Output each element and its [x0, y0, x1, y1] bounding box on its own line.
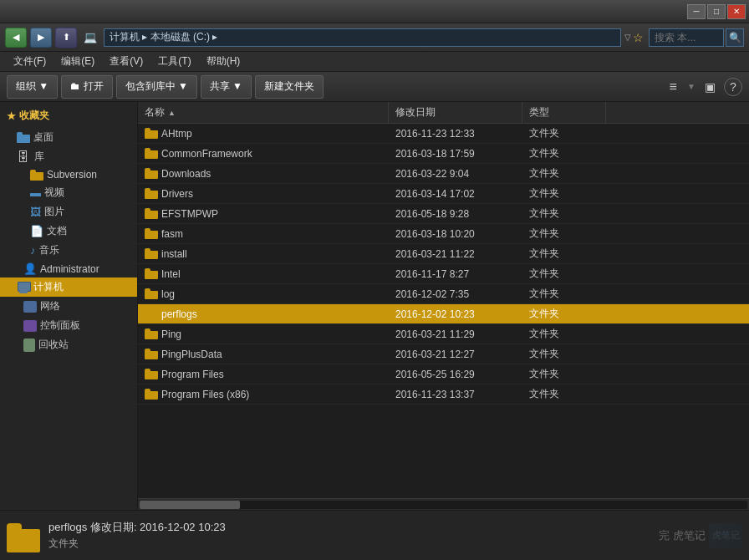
file-type-cell: 文件夹 [522, 227, 606, 241]
sidebar-item-subversion[interactable]: Subversion [0, 166, 137, 183]
admin-icon: 👤 [23, 262, 37, 275]
include-button[interactable]: 包含到库中 ▼ [116, 75, 197, 99]
back-icon: ◀ [13, 32, 19, 43]
table-row[interactable]: log2016-12-02 7:35文件夹 [138, 284, 749, 304]
table-row[interactable]: Drivers2016-03-14 17:02文件夹 [138, 184, 749, 204]
table-row[interactable]: Intel2016-11-17 8:27文件夹 [138, 264, 749, 284]
col-name-label: 名称 [145, 105, 165, 120]
hscroll-track[interactable] [140, 501, 747, 509]
file-type-cell: 文件夹 [522, 387, 606, 401]
toolbar-right: ≡ ▼ ▣ ? [662, 76, 742, 98]
open-button[interactable]: 🖿 打开 [61, 75, 112, 99]
file-name-text: perflogs [161, 308, 197, 320]
menu-view[interactable]: 查看(V) [103, 53, 150, 70]
file-name-text: AHtmp [161, 128, 192, 140]
file-date-cell: 2016-03-18 17:59 [389, 148, 522, 160]
file-name-text: Program Files (x86) [161, 389, 249, 400]
image-label: 图片 [44, 205, 64, 219]
minimize-button[interactable]: ─ [687, 4, 706, 19]
sidebar-item-desktop[interactable]: 桌面 [0, 128, 137, 147]
sidebar-item-music[interactable]: ♪ 音乐 [0, 241, 137, 260]
menu-tools[interactable]: 工具(T) [151, 53, 197, 70]
favorites-header: ★ 收藏夹 [0, 105, 137, 126]
sidebar-item-doc[interactable]: 📄 文档 [0, 221, 137, 241]
search-button[interactable]: 🔍 [726, 28, 744, 47]
file-list-area[interactable]: 名称 ▲ 修改日期 类型 AHtmp2016-11-23 12:33文件夹Com… [138, 102, 749, 498]
file-type-cell: 文件夹 [522, 287, 606, 301]
maximize-button[interactable]: □ [707, 4, 726, 19]
small-folder-icon [145, 288, 158, 299]
recycle-label: 回收站 [38, 338, 69, 352]
search-input[interactable] [649, 28, 724, 47]
sidebar-item-recycle[interactable]: 回收站 [0, 335, 137, 354]
toolbar: 组织 ▼ 🖿 打开 包含到库中 ▼ 共享 ▼ 新建文件夹 ≡ ▼ ▣ ? [0, 72, 749, 102]
table-row[interactable]: fasm2016-03-18 10:20文件夹 [138, 224, 749, 244]
file-name-cell: Intel [138, 268, 389, 280]
help-icon: ? [730, 80, 736, 94]
admin-label: Administrator [40, 263, 99, 275]
file-date-cell: 2016-03-21 12:27 [389, 349, 522, 360]
table-row[interactable]: Program Files (x86)2016-11-23 13:37文件夹 [138, 384, 749, 405]
desktop-label: 桌面 [33, 130, 54, 145]
computer-icon-addr: 💻 [80, 31, 100, 43]
file-type-cell: 文件夹 [522, 347, 606, 361]
preview-button[interactable]: ▣ [699, 76, 721, 98]
sidebar-item-network[interactable]: 网络 [0, 297, 137, 316]
address-text[interactable]: 计算机 ▸ 本地磁盘 (C:) ▸ [104, 28, 621, 47]
sidebar-item-video[interactable]: ▬ 视频 [0, 183, 137, 202]
favorite-icon[interactable]: ☆ [633, 31, 644, 44]
sidebar-item-computer[interactable]: 计算机 [0, 277, 137, 297]
view-arrow-icon: ▼ [687, 82, 696, 91]
table-row[interactable]: AHtmp2016-11-23 12:33文件夹 [138, 124, 749, 144]
view-toggle-button[interactable]: ≡ [662, 76, 684, 98]
menu-file[interactable]: 文件(F) [7, 53, 53, 70]
close-button[interactable]: ✕ [727, 4, 746, 19]
table-row[interactable]: install2016-03-21 11:22文件夹 [138, 244, 749, 264]
file-date-cell: 2016-03-22 9:04 [389, 168, 522, 180]
watermark-logo: 虎笔记 [709, 523, 742, 548]
col-header-date[interactable]: 修改日期 [389, 102, 522, 123]
col-header-name[interactable]: 名称 ▲ [138, 102, 389, 123]
table-row[interactable]: PingPlusData2016-03-21 12:27文件夹 [138, 344, 749, 364]
table-row[interactable]: Ping2016-03-21 11:29文件夹 [138, 324, 749, 344]
sidebar-item-image[interactable]: 🖼 图片 [0, 202, 137, 221]
menu-edit[interactable]: 编辑(E) [54, 53, 101, 70]
sidebar-item-admin[interactable]: 👤 Administrator [0, 260, 137, 277]
forward-button[interactable]: ▶ [30, 28, 52, 48]
network-icon [23, 301, 37, 313]
file-date-cell: 2016-03-21 11:22 [389, 248, 522, 260]
file-date-cell: 2016-12-02 7:35 [389, 288, 522, 300]
file-name-text: PingPlusData [161, 349, 222, 360]
new-folder-button[interactable]: 新建文件夹 [255, 75, 324, 99]
organize-button[interactable]: 组织 ▼ [7, 75, 58, 99]
status-text: perflogs 修改日期: 2016-12-02 10:23 文件夹 [48, 520, 226, 551]
table-row[interactable]: Program Files2016-05-25 16:29文件夹 [138, 364, 749, 384]
horizontal-scrollbar[interactable] [138, 498, 749, 510]
small-folder-icon [145, 128, 158, 139]
sidebar-item-control-panel[interactable]: 控制面板 [0, 316, 137, 335]
file-panel: 名称 ▲ 修改日期 类型 AHtmp2016-11-23 12:33文件夹Com… [138, 102, 749, 510]
sidebar-item-library[interactable]: 🗄 库 [0, 147, 137, 166]
computer-icon [17, 282, 30, 293]
col-header-type[interactable]: 类型 [522, 102, 606, 123]
table-row[interactable]: EFSTMPWP2016-05-18 9:28文件夹 [138, 204, 749, 224]
help-button[interactable]: ? [724, 78, 742, 96]
file-name-cell: Ping [138, 328, 389, 340]
table-row[interactable]: perflogs2016-12-02 10:23文件夹 [138, 304, 749, 324]
share-button[interactable]: 共享 ▼ [201, 75, 252, 99]
file-name-cell: Downloads [138, 168, 389, 180]
hscroll-thumb[interactable] [140, 501, 240, 509]
file-name-text: log [161, 288, 175, 300]
back-button[interactable]: ◀ [5, 28, 27, 48]
menu-help[interactable]: 帮助(H) [200, 53, 247, 70]
file-name-cell: EFSTMPWP [138, 208, 389, 220]
table-row[interactable]: Downloads2016-03-22 9:04文件夹 [138, 164, 749, 184]
favorites-section: ★ 收藏夹 [0, 105, 137, 126]
table-row[interactable]: CommonFramework2016-03-18 17:59文件夹 [138, 144, 749, 164]
file-name-text: Ping [161, 328, 181, 340]
up-button[interactable]: ⬆ [55, 28, 77, 48]
file-date-cell: 2016-11-23 12:33 [389, 128, 522, 140]
file-name-text: Program Files [161, 369, 224, 380]
desktop-folder-icon [17, 132, 30, 143]
file-name-cell: perflogs [138, 308, 389, 320]
